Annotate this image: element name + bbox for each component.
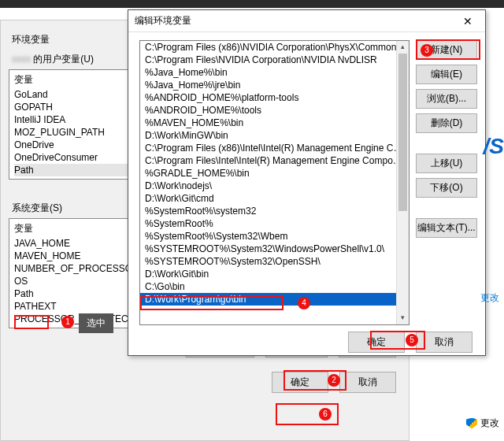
background-dark-strip	[0, 0, 504, 8]
close-icon[interactable]: ✕	[457, 13, 479, 29]
path-item[interactable]: C:\Program Files\Intel\Intel(R) Manageme…	[140, 154, 409, 167]
cancel-button[interactable]: 取消	[339, 372, 396, 393]
ok-button[interactable]: 确定	[272, 372, 328, 393]
change-settings-link[interactable]: 更改	[466, 417, 499, 430]
move-up-button[interactable]: 上移(U)	[416, 154, 477, 173]
path-item[interactable]: %SYSTEMROOT%\System32\WindowsPowerShell\…	[140, 243, 409, 255]
env-window-footer-buttons: 确定 取消	[9, 372, 401, 393]
path-item[interactable]: %ANDROID_HOME%\tools	[140, 104, 409, 117]
dialog-title: 编辑环境变量	[135, 14, 191, 28]
edit-button[interactable]: 编辑(E)	[416, 65, 477, 84]
dialog-titlebar[interactable]: 编辑环境变量 ✕	[128, 10, 485, 32]
change-link-2[interactable]: 更改	[480, 291, 499, 305]
ok-button[interactable]: 确定	[348, 332, 405, 353]
cancel-button[interactable]: 取消	[416, 332, 472, 353]
scrollbar-thumb[interactable]	[398, 54, 407, 211]
path-item[interactable]: %SystemRoot%\System32\Wbem	[140, 230, 409, 243]
path-item[interactable]: D:\Work\MinGW\bin	[140, 129, 409, 142]
path-item[interactable]: %SystemRoot%\system32	[140, 205, 409, 217]
edit-env-var-dialog: 编辑环境变量 ✕ ▴ ▾ C:\Program Files (x86)\NVID…	[128, 9, 486, 356]
path-item[interactable]: %GRADLE_HOME%\bin	[140, 167, 409, 180]
move-down-button[interactable]: 下移(O)	[416, 178, 477, 198]
dialog-side-buttons: 新建(N) 编辑(E) 浏览(B)... 删除(D) 上移(U) 下移(O) 编…	[416, 40, 477, 325]
edit-text-button[interactable]: 编辑文本(T)...	[416, 218, 477, 238]
path-item[interactable]: D:\Work\Git\cmd	[140, 192, 409, 205]
scroll-up-icon[interactable]: ▴	[397, 41, 409, 54]
path-item[interactable]: D:\Work\nodejs\	[140, 180, 409, 192]
path-item[interactable]: %SystemRoot%	[140, 217, 409, 230]
delete-button[interactable]: 删除(D)	[416, 113, 477, 133]
tooltip-selected: 选中	[79, 313, 113, 333]
path-item[interactable]: D:\Work\Program\go\bin	[140, 293, 409, 306]
path-item[interactable]: C:\Go\bin	[140, 280, 409, 293]
path-item[interactable]: D:\Work\Git\bin	[140, 268, 409, 280]
path-item[interactable]: C:\Program Files (x86)\NVIDIA Corporatio…	[140, 41, 409, 54]
path-item[interactable]: %SYSTEMROOT%\System32\OpenSSH\	[140, 255, 409, 268]
path-item[interactable]: %Java_Home%\jre\bin	[140, 79, 409, 91]
dialog-footer-buttons: 确定 取消	[128, 332, 485, 361]
path-item[interactable]: C:\Program Files (x86)\Intel\Intel(R) Ma…	[140, 142, 409, 154]
path-item[interactable]: %MAVEN_HOME%\bin	[140, 117, 409, 129]
path-item[interactable]: %Java_Home%\bin	[140, 66, 409, 79]
new-button[interactable]: 新建(N)	[416, 40, 477, 60]
shield-icon	[466, 418, 477, 429]
path-item[interactable]: C:\Program Files\NVIDIA Corporation\NVID…	[140, 54, 409, 66]
scrollbar[interactable]: ▴ ▾	[396, 41, 409, 324]
path-item[interactable]: %ANDROID_HOME%\platform-tools	[140, 91, 409, 104]
browse-button[interactable]: 浏览(B)...	[416, 89, 477, 109]
scroll-down-icon[interactable]: ▾	[397, 312, 409, 324]
path-entries-listbox[interactable]: ▴ ▾ C:\Program Files (x86)\NVIDIA Corpor…	[139, 40, 410, 325]
background-logo-fragment: /S	[484, 134, 504, 159]
